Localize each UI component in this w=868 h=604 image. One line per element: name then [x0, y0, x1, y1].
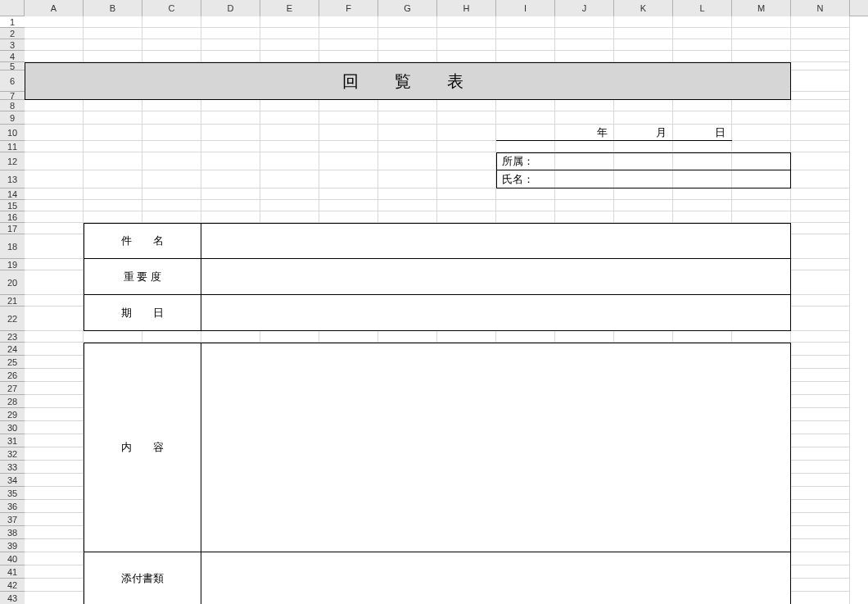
- row-header-41[interactable]: 41: [0, 565, 25, 579]
- row-header-column: 1234567891011121314151617181920212223242…: [0, 16, 25, 604]
- column-header-I[interactable]: I: [496, 0, 555, 16]
- importance-field[interactable]: [201, 259, 791, 295]
- row-header-27[interactable]: 27: [0, 382, 25, 395]
- row-header-17[interactable]: 17: [0, 223, 25, 234]
- row-header-16[interactable]: 16: [0, 211, 25, 223]
- row-header-28[interactable]: 28: [0, 395, 25, 408]
- affiliation-row[interactable]: 所属：: [496, 152, 791, 170]
- column-header-B[interactable]: B: [84, 0, 142, 16]
- row-header-21[interactable]: 21: [0, 295, 25, 307]
- name-label: 氏名：: [497, 172, 534, 187]
- attachments-label: 添付書類: [84, 552, 201, 604]
- name-row[interactable]: 氏名：: [496, 170, 791, 188]
- row-header-10[interactable]: 10: [0, 125, 25, 141]
- row-header-23[interactable]: 23: [0, 331, 25, 343]
- row-header-6[interactable]: 6: [0, 70, 25, 92]
- row-header-29[interactable]: 29: [0, 408, 25, 421]
- row-header-14[interactable]: 14: [0, 188, 25, 200]
- date-day-label: 日: [673, 125, 732, 141]
- column-header-M[interactable]: M: [732, 0, 791, 16]
- column-header-C[interactable]: C: [142, 0, 201, 16]
- row-header-15[interactable]: 15: [0, 200, 25, 211]
- row-header-1[interactable]: 1: [0, 16, 25, 28]
- row-header-31[interactable]: 31: [0, 434, 25, 447]
- row-header-43[interactable]: 43: [0, 592, 25, 604]
- spreadsheet: ABCDEFGHIJKLMN 1234567891011121314151617…: [0, 0, 868, 604]
- row-header-8[interactable]: 8: [0, 100, 25, 111]
- row-header-2[interactable]: 2: [0, 28, 25, 39]
- row-header-36[interactable]: 36: [0, 500, 25, 513]
- select-all-corner[interactable]: [0, 0, 25, 16]
- row-header-19[interactable]: 19: [0, 259, 25, 270]
- row-header-25[interactable]: 25: [0, 356, 25, 369]
- row-header-7[interactable]: 7: [0, 92, 25, 100]
- column-header-L[interactable]: L: [673, 0, 732, 16]
- form-title: 回 覧 表: [25, 62, 791, 100]
- column-header-J[interactable]: J: [555, 0, 614, 16]
- row-header-34[interactable]: 34: [0, 474, 25, 487]
- row-header-12[interactable]: 12: [0, 152, 25, 170]
- row-header-18[interactable]: 18: [0, 234, 25, 259]
- date-year-label: 年: [555, 125, 614, 141]
- row-header-26[interactable]: 26: [0, 369, 25, 382]
- row-header-39[interactable]: 39: [0, 539, 25, 552]
- attachments-field[interactable]: [201, 552, 791, 604]
- column-header-E[interactable]: E: [260, 0, 319, 16]
- importance-label: 重 要 度: [84, 259, 201, 295]
- row-header-3[interactable]: 3: [0, 39, 25, 51]
- row-header-37[interactable]: 37: [0, 513, 25, 526]
- row-header-35[interactable]: 35: [0, 487, 25, 500]
- due-date-field[interactable]: [201, 295, 791, 331]
- column-header-K[interactable]: K: [614, 0, 673, 16]
- row-header-9[interactable]: 9: [0, 111, 25, 125]
- subject-field[interactable]: [201, 223, 791, 259]
- content-field[interactable]: [201, 343, 791, 552]
- row-header-38[interactable]: 38: [0, 526, 25, 539]
- row-header-30[interactable]: 30: [0, 421, 25, 434]
- column-header-G[interactable]: G: [378, 0, 437, 16]
- due-date-label: 期 日: [84, 295, 201, 331]
- row-header-5[interactable]: 5: [0, 62, 25, 70]
- row-header-22[interactable]: 22: [0, 307, 25, 331]
- row-header-42[interactable]: 42: [0, 579, 25, 592]
- column-header-F[interactable]: F: [319, 0, 378, 16]
- column-header-N[interactable]: N: [791, 0, 850, 16]
- row-header-20[interactable]: 20: [0, 270, 25, 295]
- row-header-40[interactable]: 40: [0, 552, 25, 565]
- column-header-row: ABCDEFGHIJKLMN: [0, 0, 868, 16]
- content-label: 内 容: [84, 343, 201, 552]
- subject-label: 件 名: [84, 223, 201, 259]
- column-header-H[interactable]: H: [437, 0, 496, 16]
- column-header-D[interactable]: D: [201, 0, 260, 16]
- row-header-13[interactable]: 13: [0, 170, 25, 188]
- row-header-32[interactable]: 32: [0, 447, 25, 461]
- date-month-label: 月: [614, 125, 673, 141]
- column-header-A[interactable]: A: [25, 0, 84, 16]
- row-header-24[interactable]: 24: [0, 343, 25, 356]
- affiliation-label: 所属：: [497, 154, 534, 169]
- row-header-33[interactable]: 33: [0, 461, 25, 474]
- cell-grid[interactable]: 回 覧 表 年 月 日 所属： 氏名： 件 名: [25, 16, 868, 604]
- row-header-11[interactable]: 11: [0, 141, 25, 152]
